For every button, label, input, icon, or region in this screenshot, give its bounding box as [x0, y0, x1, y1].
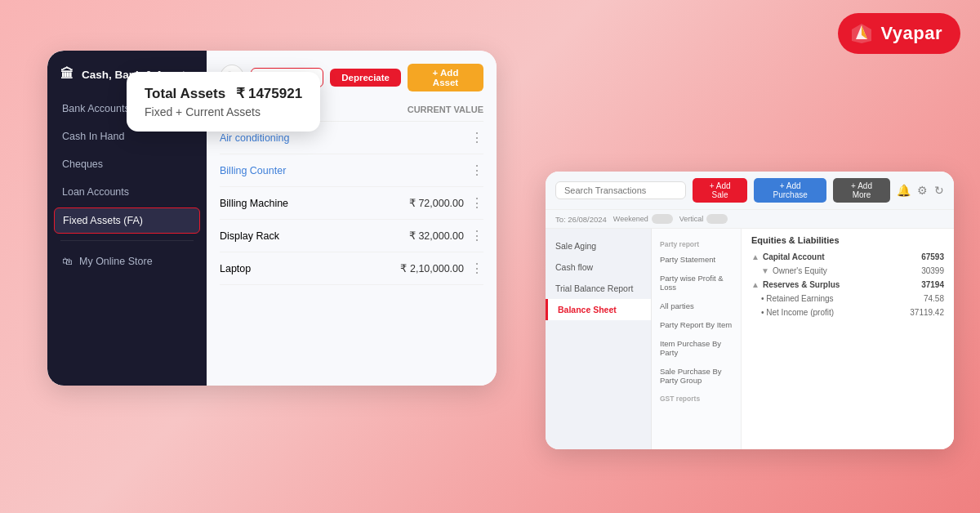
sidebar-item-my-online-store[interactable]: 🛍 My Online Store	[47, 248, 207, 275]
vyapar-logo-text: Vyapar	[880, 23, 942, 44]
right-body: Sale Aging Cash flow Trial Balance Repor…	[546, 229, 954, 449]
bank-icon: 🏛	[60, 67, 74, 82]
col-current-value: CURRENT VALUE	[408, 105, 483, 114]
right-sub-nav: Party report Party Statement Party wise …	[652, 229, 742, 449]
sub-nav-item-purchase[interactable]: Item Purchase By Party	[652, 334, 741, 362]
table-row: Laptop ₹ 2,10,000.00 ⋮	[220, 252, 483, 285]
reserves-surplus-row: ▲Reserves & Surplus 37194	[751, 278, 944, 292]
value-display-rack: ₹ 32,000.00	[409, 230, 464, 242]
toggle-vertical-switch[interactable]	[706, 214, 728, 224]
depreciate-button[interactable]: Depreciate	[330, 69, 401, 87]
value-billing-machine: ₹ 72,000.00	[409, 197, 464, 209]
date-range-text: To: 26/08/2024	[555, 215, 607, 224]
item-laptop[interactable]: Laptop	[220, 263, 251, 274]
equities-liabilities-title: Equities & Liabilities	[751, 235, 944, 245]
item-display-rack[interactable]: Display Rack	[220, 230, 279, 242]
store-icon: 🛍	[62, 256, 73, 267]
notification-icon[interactable]: 🔔	[897, 184, 911, 197]
item-air-conditioning[interactable]: Air conditioning	[220, 132, 289, 144]
sub-nav-party-profit[interactable]: Party wise Profit & Loss	[652, 269, 741, 297]
vyapar-logo-icon	[849, 21, 874, 46]
add-sale-button[interactable]: + Add Sale	[693, 178, 747, 203]
owners-equity-row: ▼Owner's Equity 30399	[751, 264, 944, 278]
toggle-vertical: Vertical	[679, 214, 728, 224]
nav-item-balance-sheet[interactable]: Balance Sheet	[546, 299, 651, 320]
nav-item-trial-balance[interactable]: Trial Balance Report	[546, 278, 651, 299]
date-bar: To: 26/08/2024 Weekened Vertical	[546, 210, 954, 229]
sub-nav-party-item[interactable]: Party Report By Item	[652, 315, 741, 334]
nav-item-cash-flow[interactable]: Cash flow	[546, 256, 651, 278]
refresh-icon[interactable]: ↻	[934, 184, 944, 197]
nav-item-sale-aging[interactable]: Sale Aging	[546, 235, 651, 256]
sidebar-item-loan-accounts[interactable]: Loan Accounts	[47, 178, 207, 206]
add-purchase-button[interactable]: + Add Purchase	[754, 178, 826, 203]
vyapar-logo: Vyapar	[838, 13, 960, 54]
net-income-row: • Net Income (profit) 37119.42	[751, 306, 944, 319]
sidebar-item-cheques[interactable]: Cheques	[47, 150, 207, 178]
right-card-balance-sheet: + Add Sale + Add Purchase + Add More 🔔 ⚙…	[546, 172, 954, 449]
sub-nav-sale-purchase[interactable]: Sale Purchase By Party Group	[652, 362, 741, 390]
row-menu-icon-0[interactable]: ⋮	[470, 130, 483, 145]
balance-sheet-content: Equities & Liabilities ▲Capital Account …	[742, 229, 954, 449]
right-nav: Sale Aging Cash flow Trial Balance Repor…	[546, 229, 652, 449]
total-assets-subtitle: Fixed + Current Assets	[145, 105, 302, 118]
right-top-bar: + Add Sale + Add Purchase + Add More 🔔 ⚙…	[546, 172, 954, 210]
retained-earnings-row: • Retained Earnings 74.58	[751, 292, 944, 306]
row-menu-icon-1[interactable]: ⋮	[470, 163, 483, 178]
toggle-weekened: Weekened	[613, 214, 673, 224]
table-row: Billing Counter ⋮	[220, 154, 483, 187]
sub-nav-all-parties[interactable]: All parties	[652, 297, 741, 315]
item-billing-machine[interactable]: Billing Machine	[220, 198, 288, 209]
total-assets-tooltip: Total Assets ₹1475921 Fixed + Current As…	[127, 72, 320, 132]
toggle-weekened-switch[interactable]	[652, 214, 673, 224]
table-row: Billing Machine ₹ 72,000.00 ⋮	[220, 187, 483, 220]
total-assets-title: Total Assets ₹1475921	[145, 85, 302, 102]
add-asset-button[interactable]: + Add Asset	[408, 64, 483, 91]
settings-icon[interactable]: ⚙	[917, 184, 928, 197]
add-more-button[interactable]: + Add More	[833, 178, 890, 203]
sub-nav-section-gst: GST reports	[652, 390, 741, 404]
search-transactions-input[interactable]	[555, 181, 686, 199]
sidebar-divider	[60, 240, 194, 241]
table-row: Display Rack ₹ 32,000.00 ⋮	[220, 220, 483, 252]
sidebar-item-fixed-assets[interactable]: Fixed Assets (FA)	[54, 207, 200, 234]
row-menu-icon-2[interactable]: ⋮	[470, 195, 483, 211]
sub-nav-section-party: Party report	[652, 235, 741, 250]
capital-account-row: ▲Capital Account 67593	[751, 250, 944, 264]
item-billing-counter[interactable]: Billing Counter	[220, 165, 286, 176]
row-menu-icon-4[interactable]: ⋮	[470, 261, 483, 276]
row-menu-icon-3[interactable]: ⋮	[470, 228, 483, 243]
value-laptop: ₹ 2,10,000.00	[400, 262, 464, 274]
sub-nav-party-statement[interactable]: Party Statement	[652, 250, 741, 269]
